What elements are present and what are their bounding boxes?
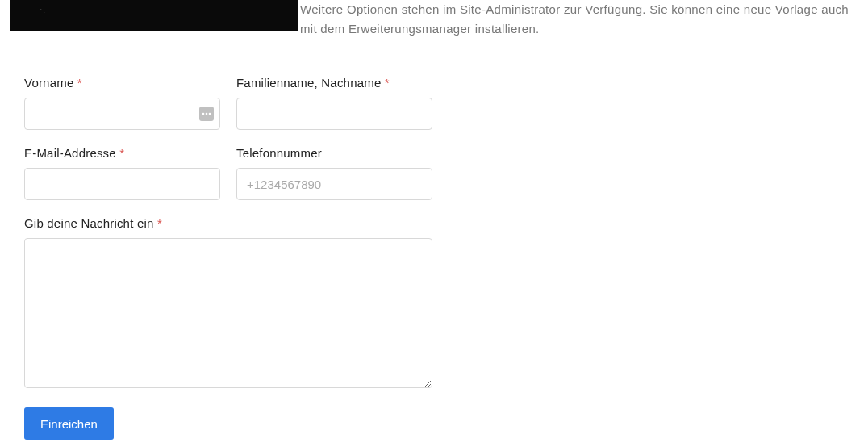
- last-name-label: Familienname, Nachname *: [236, 76, 432, 90]
- email-input[interactable]: [24, 168, 220, 200]
- required-mark: *: [385, 76, 390, 90]
- ellipsis-icon[interactable]: [199, 107, 214, 121]
- svg-point-2: [209, 113, 211, 115]
- message-textarea[interactable]: [24, 238, 432, 388]
- message-label-text: Gib deine Nachricht ein: [24, 216, 154, 230]
- svg-point-1: [206, 113, 208, 115]
- phone-label-text: Telefonnummer: [236, 146, 322, 160]
- required-mark: *: [77, 76, 82, 90]
- contact-form: Vorname * Familienname, Nachname * E-Mai…: [24, 76, 589, 440]
- first-name-label: Vorname *: [24, 76, 220, 90]
- message-field: Gib deine Nachricht ein *: [24, 216, 432, 388]
- phone-label: Telefonnummer: [236, 146, 432, 160]
- first-name-label-text: Vorname: [24, 76, 73, 90]
- required-mark: *: [157, 216, 162, 230]
- last-name-input[interactable]: [236, 98, 432, 130]
- email-field: E-Mail-Addresse *: [24, 146, 220, 200]
- email-label-text: E-Mail-Addresse: [24, 146, 116, 160]
- svg-point-0: [202, 113, 205, 115]
- required-mark: *: [119, 146, 124, 160]
- last-name-field: Familienname, Nachname *: [236, 76, 432, 130]
- first-name-input[interactable]: [24, 98, 220, 130]
- submit-button[interactable]: Einreichen: [24, 407, 114, 440]
- phone-field: Telefonnummer: [236, 146, 432, 200]
- message-label: Gib deine Nachricht ein *: [24, 216, 432, 230]
- first-name-field: Vorname *: [24, 76, 220, 130]
- last-name-label-text: Familienname, Nachname: [236, 76, 381, 90]
- email-label: E-Mail-Addresse *: [24, 146, 220, 160]
- phone-input[interactable]: [236, 168, 432, 200]
- description-text: Weitere Optionen stehen im Site-Administ…: [300, 0, 858, 39]
- header-image: · · ·: [10, 0, 298, 31]
